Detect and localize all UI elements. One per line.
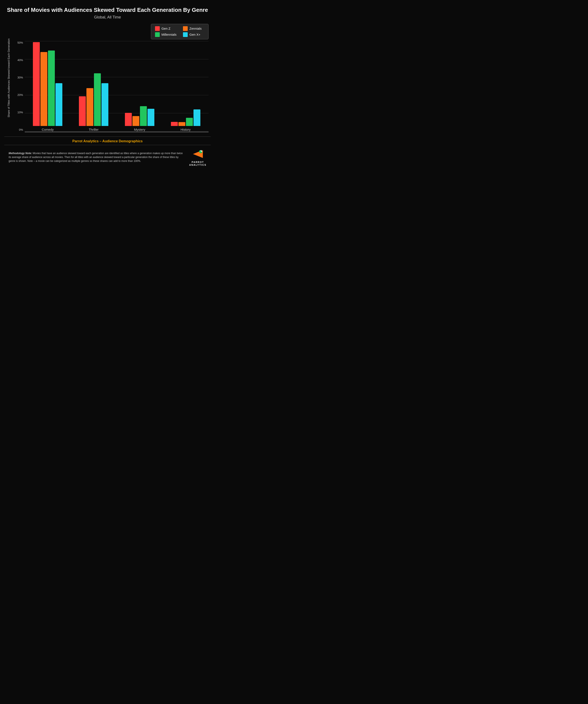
genre-group-history: History <box>171 41 200 131</box>
svg-point-3 <box>201 150 202 151</box>
y-tick: 50% <box>13 41 25 44</box>
legend-item-millennials: Millennials <box>155 32 177 37</box>
y-tick: 30% <box>13 76 25 79</box>
legend-box: Gen Z Zennials Millennials Gen X+ <box>151 24 209 39</box>
bar-gen-x+ <box>55 83 62 126</box>
y-tick: 10% <box>13 111 25 114</box>
legend-label: Gen X+ <box>189 33 200 36</box>
bar-millennials <box>140 106 147 126</box>
y-axis-label: Share of Titles with Audiences Skewed to… <box>7 39 10 117</box>
y-axis-label-container: Share of Titles with Audiences Skewed to… <box>4 24 13 132</box>
parrot-icon <box>192 148 204 160</box>
footer-note: Methodology Note: Movies that have an au… <box>9 151 185 163</box>
footer-brand: Parrot Analytics – Audience Demographics <box>4 137 211 145</box>
bar-gen-z <box>125 113 132 126</box>
bars-section: ComedyThrillerMysteryHistory <box>25 41 209 131</box>
subtitle: Global, All Time <box>4 15 211 19</box>
legend-item-gen-z: Gen Z <box>155 26 177 31</box>
legend-color <box>183 26 188 31</box>
legend-color <box>183 32 188 37</box>
legend-label: Gen Z <box>162 27 171 30</box>
bars-row <box>171 41 200 126</box>
main-title: Share of Movies with Audiences Skewed To… <box>4 6 211 14</box>
genre-label: Thriller <box>89 128 99 131</box>
legend-label: Zennials <box>189 27 202 30</box>
y-ticks: 0%10%20%30%40%50% <box>13 41 25 131</box>
bar-millennials <box>186 118 193 126</box>
bar-zennials <box>178 122 185 126</box>
chart-container: Share of Movies with Audiences Skewed To… <box>0 0 215 172</box>
y-tick: 20% <box>13 93 25 97</box>
x-axis-line <box>25 132 209 132</box>
legend-item-gen-x+: Gen X+ <box>183 32 204 37</box>
svg-marker-4 <box>202 151 203 152</box>
legend-label: Millennials <box>162 33 177 36</box>
title-section: Share of Movies with Audiences Skewed To… <box>4 6 211 19</box>
graph-body: 0%10%20%30%40%50% ComedyThrillerMysteryH… <box>13 41 211 131</box>
bar-gen-z <box>171 122 178 126</box>
parrot-text: PARROTANALYTICS <box>189 161 207 166</box>
chart-area: Share of Titles with Audiences Skewed to… <box>4 24 211 132</box>
parrot-logo: PARROTANALYTICS <box>189 148 207 166</box>
genre-group-thriller: Thriller <box>79 41 108 131</box>
footer-note-text: Methodology Note: Movies that have an au… <box>9 152 183 163</box>
bars-row <box>33 41 62 126</box>
bar-gen-z <box>33 42 40 126</box>
bar-zennials <box>132 116 139 126</box>
legend-item-zennials: Zennials <box>183 26 204 31</box>
bar-gen-z <box>79 96 86 126</box>
genre-group-comedy: Comedy <box>33 41 62 131</box>
genre-label: Mystery <box>134 128 145 131</box>
legend-color <box>155 32 160 37</box>
legend-row: Gen Z Zennials Millennials Gen X+ <box>13 24 211 39</box>
bars-row <box>125 41 154 126</box>
bar-gen-x+ <box>102 83 108 126</box>
legend-color <box>155 26 160 31</box>
genre-label: History <box>181 128 191 131</box>
bar-zennials <box>41 52 47 126</box>
bar-gen-x+ <box>148 109 154 126</box>
chart-inner: Gen Z Zennials Millennials Gen X+ 0%10%2… <box>13 24 211 132</box>
genre-group-mystery: Mystery <box>125 41 154 131</box>
bar-millennials <box>48 51 55 126</box>
y-tick: 40% <box>13 58 25 62</box>
bar-millennials <box>94 73 101 126</box>
bar-gen-x+ <box>193 109 200 126</box>
footer-note-area: Methodology Note: Movies that have an au… <box>4 145 211 169</box>
genre-label: Comedy <box>42 128 54 131</box>
y-tick: 0% <box>13 128 25 131</box>
bar-zennials <box>86 88 93 126</box>
bars-row <box>79 41 108 126</box>
